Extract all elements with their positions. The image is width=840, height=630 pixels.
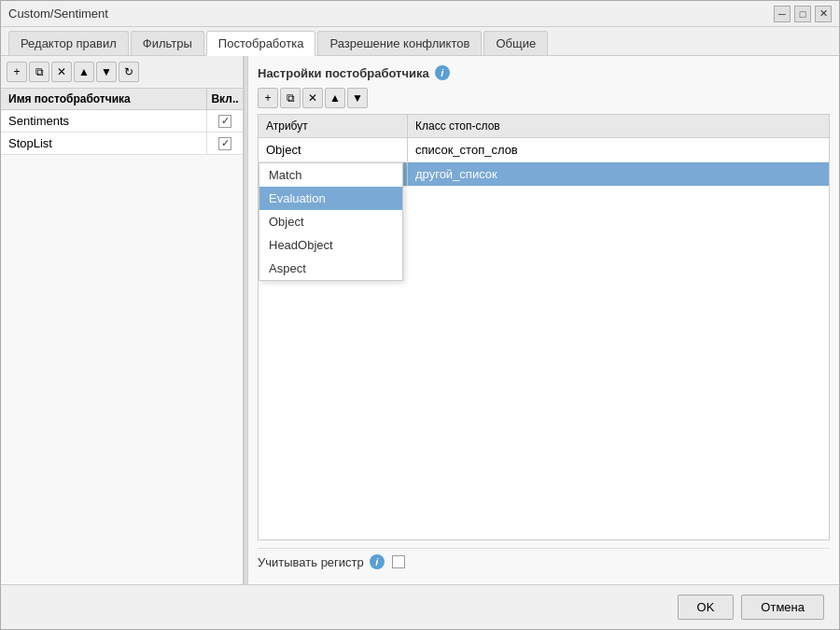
dropdown-item-headobject[interactable]: HeadObject: [259, 233, 402, 257]
main-window: Custom/Sentiment ─ □ ✕ Редактор правил Ф…: [0, 0, 840, 630]
include-checkbox-1[interactable]: [218, 137, 231, 150]
col-incl-header: Вкл..: [207, 89, 243, 109]
row-name: Sentiments: [1, 110, 207, 132]
table-row[interactable]: Object список_стоп_слов: [259, 138, 829, 162]
list-item[interactable]: StopList: [1, 133, 243, 155]
right-panel-title: Настройки постобработчика i: [258, 65, 830, 80]
right-delete-button[interactable]: ✕: [302, 88, 323, 108]
case-sensitive-info-icon: i: [370, 554, 385, 569]
tab-rules-editor[interactable]: Редактор правил: [8, 31, 129, 55]
main-content: + ⧉ ✕ ▲ ▼ ↻ Имя постобработчика Вкл.. Se…: [1, 56, 839, 584]
grid-cell-value: другой_список: [408, 162, 829, 186]
include-checkbox-0[interactable]: [218, 115, 231, 128]
left-copy-button[interactable]: ⧉: [29, 62, 49, 82]
right-toolbar: + ⧉ ✕ ▲ ▼: [258, 88, 830, 108]
cancel-button[interactable]: Отмена: [741, 595, 824, 620]
left-down-button[interactable]: ▼: [96, 62, 117, 82]
left-add-button[interactable]: +: [7, 62, 27, 82]
tab-conflict-resolution[interactable]: Разрешение конфликтов: [317, 31, 482, 55]
tab-postprocessing[interactable]: Постобработка: [206, 31, 316, 56]
row-incl: [207, 115, 243, 128]
left-refresh-button[interactable]: ↻: [119, 62, 139, 82]
maximize-button[interactable]: □: [794, 6, 811, 22]
table-row[interactable]: Evaluation ▲ другой_список Match Evaluat…: [259, 162, 829, 187]
tab-general[interactable]: Общие: [483, 31, 548, 55]
window-title: Custom/Sentiment: [8, 7, 108, 21]
left-table-header: Имя постобработчика Вкл..: [1, 89, 243, 110]
grid-header: Атрибут Класс стоп-слов: [259, 115, 829, 138]
title-bar: Custom/Sentiment ─ □ ✕: [1, 1, 839, 27]
right-down-button[interactable]: ▼: [347, 88, 368, 108]
dropdown-item-match[interactable]: Match: [259, 163, 402, 187]
ok-button[interactable]: OK: [678, 595, 735, 620]
tab-filters[interactable]: Фильтры: [131, 31, 204, 55]
right-content: Атрибут Класс стоп-слов Object список_ст…: [258, 114, 830, 540]
left-up-button[interactable]: ▲: [74, 62, 94, 82]
row-name: StopList: [1, 133, 207, 154]
bottom-section: Учитывать регистр i: [258, 548, 830, 575]
tabs-bar: Редактор правил Фильтры Постобработка Ра…: [1, 27, 839, 56]
right-copy-button[interactable]: ⧉: [280, 88, 301, 108]
close-button[interactable]: ✕: [815, 6, 832, 22]
grid-col2-header: Класс стоп-слов: [408, 115, 829, 137]
left-toolbar: + ⧉ ✕ ▲ ▼ ↻: [1, 56, 243, 89]
grid-cell-attr: Object: [259, 138, 408, 161]
info-icon: i: [435, 65, 450, 80]
col-name-header: Имя постобработчика: [1, 89, 207, 109]
dropdown-item-evaluation[interactable]: Evaluation: [259, 187, 402, 210]
case-sensitive-label: Учитывать регистр i: [258, 554, 385, 569]
grid-col1-header: Атрибут: [259, 115, 408, 137]
left-delete-button[interactable]: ✕: [51, 62, 72, 82]
title-bar-controls: ─ □ ✕: [774, 6, 832, 22]
row-incl: [207, 137, 243, 150]
footer: OK Отмена: [1, 584, 839, 629]
minimize-button[interactable]: ─: [774, 6, 791, 22]
dropdown-menu: Match Evaluation Object HeadObject Aspec…: [259, 162, 403, 281]
right-up-button[interactable]: ▲: [325, 88, 345, 108]
left-panel: + ⧉ ✕ ▲ ▼ ↻ Имя постобработчика Вкл.. Se…: [1, 56, 244, 584]
grid-cell-value: список_стоп_слов: [408, 138, 829, 161]
list-item[interactable]: Sentiments: [1, 110, 243, 133]
case-sensitive-checkbox[interactable]: [392, 555, 405, 568]
right-add-button[interactable]: +: [258, 88, 278, 108]
right-panel: Настройки постобработчика i + ⧉ ✕ ▲ ▼ Ат…: [248, 56, 839, 584]
dropdown-item-object[interactable]: Object: [259, 210, 402, 233]
dropdown-item-aspect[interactable]: Aspect: [259, 257, 402, 280]
